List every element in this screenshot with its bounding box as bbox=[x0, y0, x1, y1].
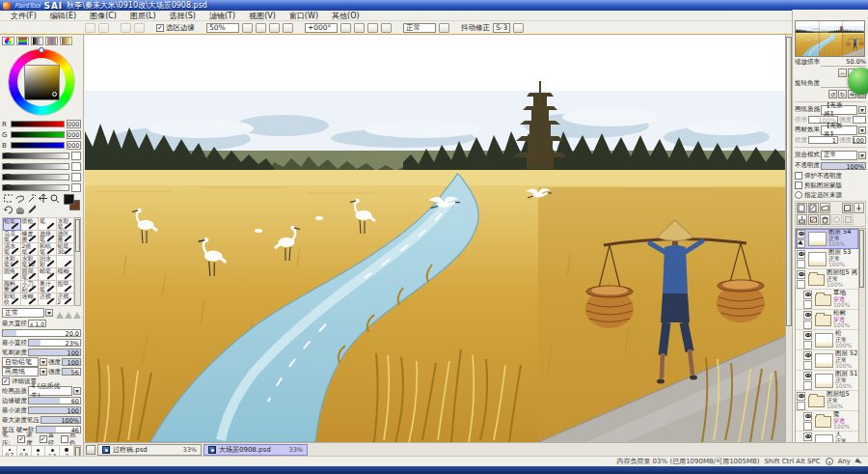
brush-cell[interactable]: 铅笔30 bbox=[57, 243, 75, 256]
move-tool-icon[interactable] bbox=[37, 193, 48, 204]
layer-visibility-toggle[interactable] bbox=[803, 432, 812, 441]
transfer-down-icon[interactable] bbox=[854, 203, 864, 213]
hard-soft-slider[interactable]: 46 bbox=[36, 426, 81, 433]
pressure-option-checkbox[interactable] bbox=[61, 435, 68, 443]
layer-visibility-toggle[interactable] bbox=[803, 351, 812, 360]
paper-strength-slider[interactable]: 56 bbox=[62, 368, 81, 376]
flip-button[interactable] bbox=[367, 23, 378, 33]
nav-zoom-value[interactable]: 50.0% bbox=[821, 58, 866, 67]
layer-visibility-toggle[interactable] bbox=[797, 270, 805, 279]
layer-paint-target[interactable] bbox=[797, 402, 805, 410]
mixer-slider-1[interactable] bbox=[2, 153, 69, 159]
chevron-down-icon[interactable] bbox=[40, 358, 47, 366]
brush-cell[interactable]: 指甲 bbox=[57, 281, 75, 293]
folder-icon[interactable] bbox=[808, 396, 825, 407]
brush-cell[interactable]: 小刀刮 bbox=[21, 281, 40, 293]
brush-cell[interactable]: 旧水彩 bbox=[39, 256, 57, 268]
menu-item[interactable]: 窗口(W) bbox=[283, 11, 325, 21]
brush-cell[interactable]: 2值笔 bbox=[21, 243, 40, 256]
chevron-down-icon[interactable] bbox=[40, 368, 47, 376]
material-effect-select[interactable]: 【无效果】 bbox=[821, 125, 857, 135]
edge-hardness-slider[interactable]: 60 bbox=[28, 397, 81, 404]
zoom-fit-button[interactable] bbox=[242, 23, 253, 33]
rotate-canvas-tool-icon[interactable] bbox=[2, 204, 14, 214]
brush-cell[interactable]: 橡皮擦 bbox=[21, 231, 40, 243]
effect-strength-slider[interactable]: 100 bbox=[853, 136, 866, 144]
folder-icon[interactable] bbox=[815, 416, 831, 428]
layer-thumbnail[interactable] bbox=[815, 374, 833, 388]
new-vector-layer-icon[interactable] bbox=[808, 203, 819, 213]
mixer-slider-3[interactable] bbox=[2, 174, 69, 181]
zoom-value-field[interactable]: 50% bbox=[206, 23, 239, 33]
brush-cell[interactable]: 彩铅纹 bbox=[3, 293, 21, 306]
brush-cell[interactable]: 水彩笔9 bbox=[3, 256, 21, 268]
paper-texture-select[interactable]: 【无质感】 bbox=[821, 105, 857, 115]
brush-blend-mode-select[interactable]: 正常 bbox=[2, 308, 44, 318]
mixer-slider-4[interactable] bbox=[2, 184, 69, 191]
effect-amount-slider[interactable]: 1 bbox=[808, 136, 838, 144]
hsv-slider-tab[interactable] bbox=[31, 37, 43, 45]
brush-cell[interactable]: 颜料重涂 bbox=[3, 281, 21, 293]
r-slider[interactable] bbox=[11, 121, 65, 127]
layer-visibility-toggle[interactable] bbox=[803, 291, 812, 299]
layer-row[interactable]: 图层 51 正常 100% bbox=[796, 371, 858, 391]
brush-cell[interactable]: 和纸笔 bbox=[39, 243, 57, 256]
layer-row[interactable]: 人 正常 100% bbox=[796, 432, 858, 442]
floating-ball-widget[interactable] bbox=[848, 68, 868, 95]
layer-thumbnail[interactable] bbox=[808, 252, 827, 266]
rotate-cw-button[interactable] bbox=[354, 23, 365, 33]
nav-rotate-cw-button[interactable]: ↻ bbox=[838, 90, 847, 98]
nav-zoom-out-button[interactable]: − bbox=[838, 69, 847, 77]
brush-shape-icon[interactable] bbox=[56, 308, 64, 319]
layer-thumbnail[interactable] bbox=[815, 353, 833, 368]
mixer-box-2[interactable] bbox=[71, 162, 81, 171]
apply-mask-icon[interactable] bbox=[843, 214, 854, 225]
layer-row[interactable]: 草地 穿透 100% bbox=[796, 290, 858, 310]
layer-row[interactable]: 图层 53 正常 100% bbox=[796, 249, 858, 269]
mixer-box-3[interactable] bbox=[71, 173, 81, 181]
menu-item[interactable]: 文件(F) bbox=[4, 11, 43, 21]
hue-marker[interactable] bbox=[39, 47, 44, 53]
b-value[interactable]: 000 bbox=[67, 141, 81, 150]
menu-item[interactable]: 图层(L) bbox=[123, 11, 163, 21]
brush-cell[interactable]: 正横2 bbox=[57, 293, 75, 306]
lasso-tool-icon[interactable] bbox=[14, 193, 25, 204]
magic-wand-tool-icon[interactable] bbox=[25, 193, 37, 204]
brush-grid-scrollbar[interactable] bbox=[74, 217, 81, 306]
chevron-down-icon[interactable] bbox=[858, 126, 866, 134]
layer-paint-target[interactable] bbox=[803, 341, 812, 349]
brush-cell[interactable]: 水彩笔10 bbox=[21, 256, 40, 268]
min-diameter-slider[interactable]: 23% bbox=[28, 339, 81, 347]
rect-select-tool-icon[interactable] bbox=[2, 193, 14, 204]
foreground-color-swatch[interactable] bbox=[64, 194, 74, 205]
menu-item[interactable]: 其他(O) bbox=[325, 11, 366, 21]
quality-select[interactable]: 4 (品质优先) bbox=[28, 386, 72, 396]
document-tab[interactable]: 大场景0908.psd 33% bbox=[203, 444, 308, 456]
g-value[interactable]: 000 bbox=[67, 130, 81, 139]
rotation-value-field[interactable]: +000° bbox=[305, 23, 338, 33]
zoom-reset-button[interactable] bbox=[283, 23, 293, 33]
layer-row[interactable]: 鹭 穿透 100% bbox=[796, 411, 858, 432]
merge-down-icon[interactable] bbox=[797, 214, 807, 225]
zoom-in-button[interactable] bbox=[269, 23, 280, 33]
layer-paint-target[interactable] bbox=[803, 422, 812, 431]
layer-thumbnail[interactable] bbox=[815, 434, 833, 443]
max-density-pressure-slider[interactable]: 100% bbox=[41, 416, 81, 424]
layer-visibility-toggle[interactable] bbox=[803, 311, 812, 320]
hand-tool-icon[interactable] bbox=[14, 204, 25, 214]
texture-strength-slider[interactable]: 100 bbox=[62, 358, 81, 366]
layer-thumbnail[interactable] bbox=[815, 333, 833, 348]
menu-item[interactable]: 编辑(E) bbox=[43, 11, 83, 21]
layer-row[interactable]: 松 正常 100% bbox=[796, 330, 858, 350]
max-diameter-slider[interactable]: 20.0 bbox=[2, 329, 81, 337]
chevron-down-icon[interactable] bbox=[858, 152, 866, 159]
layer-visibility-toggle[interactable] bbox=[803, 372, 812, 380]
clear-layer-icon[interactable] bbox=[808, 214, 819, 225]
brush-cell[interactable]: 模糊 bbox=[57, 268, 75, 281]
brush-texture-select[interactable]: 自动铅笔 bbox=[2, 357, 39, 367]
swatches-tab[interactable] bbox=[45, 37, 58, 45]
advanced-settings-checkbox[interactable] bbox=[2, 377, 10, 385]
paint-mode-select[interactable]: 正常 bbox=[403, 23, 436, 33]
menu-item[interactable]: 图像(C) bbox=[83, 11, 123, 21]
layer-paint-target[interactable] bbox=[803, 361, 812, 370]
